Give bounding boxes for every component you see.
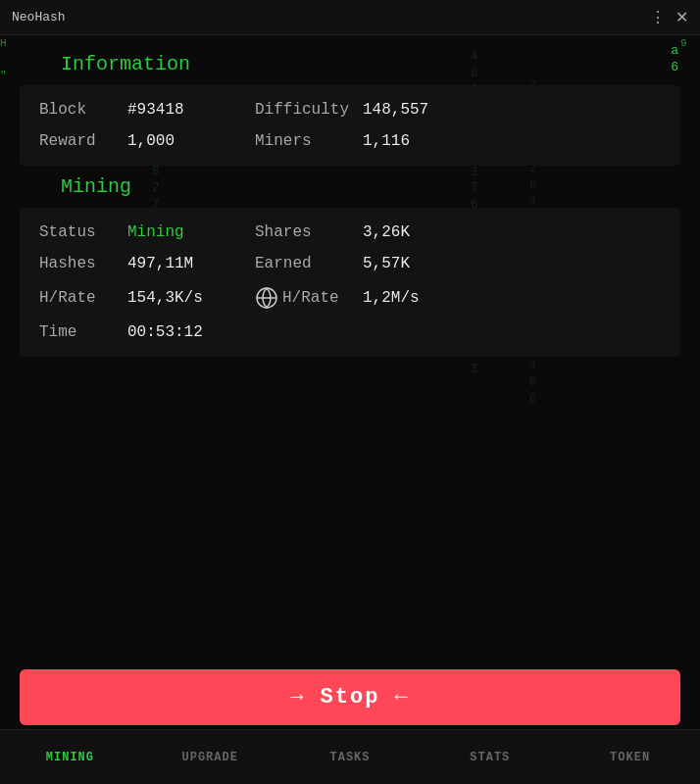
reward-row: Reward 1,000 Miners 1,116	[39, 132, 661, 150]
status-value: Mining	[127, 223, 255, 241]
nav-mining[interactable]: MINING	[0, 730, 140, 784]
information-card: Block #93418 Difficulty 148,557 Reward 1…	[20, 85, 680, 166]
time-value: 00:53:12	[127, 323, 255, 341]
hrate-row: H/Rate 154,3K/s H/Rate 1,2M/s	[39, 286, 661, 310]
nav-token[interactable]: TOKEN	[560, 730, 700, 784]
block-value: #93418	[127, 101, 255, 119]
app-title: NeoHash	[12, 10, 66, 24]
nav-stats[interactable]: STATS	[420, 730, 560, 784]
shares-label: Shares	[255, 223, 363, 241]
close-button[interactable]: ✕	[675, 10, 688, 25]
stop-button-container: → Stop ←	[20, 669, 680, 725]
shares-value: 3,26K	[363, 223, 410, 241]
network-icon	[255, 286, 278, 310]
titlebar: NeoHash ⋮ ✕	[0, 0, 700, 35]
titlebar-controls: ⋮ ✕	[650, 10, 688, 25]
net-hrate-value: 1,2M/s	[363, 289, 420, 307]
net-hrate-label: H/Rate	[282, 289, 339, 307]
earned-value: 5,57K	[363, 255, 410, 272]
time-row: Time 00:53:12	[39, 323, 661, 341]
reward-label: Reward	[39, 132, 127, 150]
time-label: Time	[39, 323, 127, 341]
mining-section-header: Mining	[61, 175, 680, 198]
nav-upgrade[interactable]: UPGRADE	[140, 730, 280, 784]
nav-tasks[interactable]: TASKS	[280, 730, 421, 784]
status-row: Status Mining Shares 3,26K	[39, 223, 661, 241]
menu-button[interactable]: ⋮	[650, 10, 666, 25]
bottom-nav: MINING UPGRADE TASKS STATS TOKEN	[0, 729, 700, 784]
hashes-label: Hashes	[39, 255, 127, 272]
block-label: Block	[39, 101, 127, 119]
difficulty-label: Difficulty	[255, 101, 363, 119]
difficulty-value: 148,557	[363, 101, 428, 119]
miners-value: 1,116	[363, 132, 410, 150]
status-label: Status	[39, 223, 127, 241]
mining-card: Status Mining Shares 3,26K Hashes 497,11…	[20, 208, 680, 357]
miners-label: Miners	[255, 132, 363, 150]
stop-button[interactable]: → Stop ←	[20, 669, 680, 725]
block-row: Block #93418 Difficulty 148,557	[39, 101, 661, 119]
hrate-label: H/Rate	[39, 289, 127, 307]
hashes-value: 497,11M	[127, 255, 255, 272]
earned-label: Earned	[255, 255, 363, 272]
reward-value: 1,000	[127, 132, 255, 150]
main-content: Information Block #93418 Difficulty 148,…	[0, 35, 700, 729]
hrate-value: 154,3K/s	[127, 289, 255, 307]
hashes-row: Hashes 497,11M Earned 5,57K	[39, 255, 661, 272]
information-section-header: Information	[61, 53, 680, 75]
